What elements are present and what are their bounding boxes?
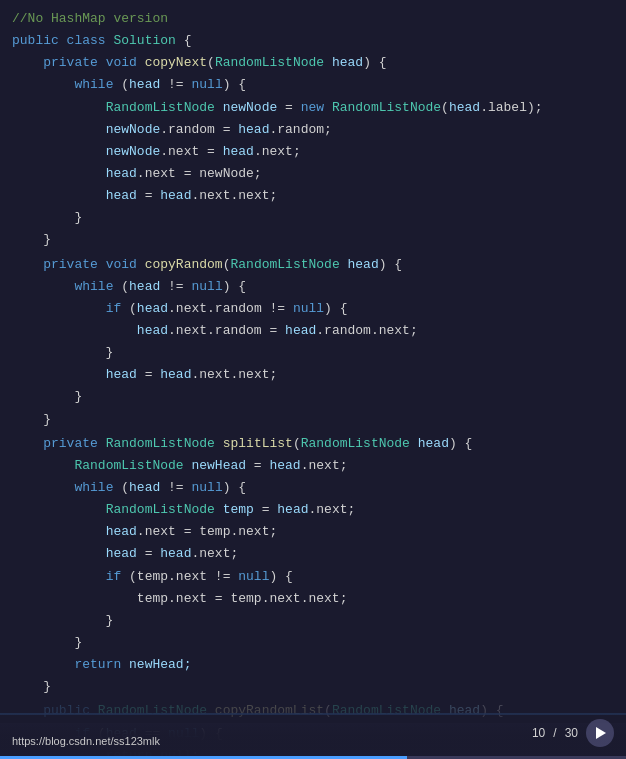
code-token: } (12, 389, 82, 404)
code-token: .next = temp.next; (137, 524, 277, 539)
code-token: } (12, 412, 51, 427)
code-token: .next.random = (168, 323, 285, 338)
code-token: = (137, 367, 160, 382)
code-line: head = head.next; (0, 543, 626, 565)
code-token (12, 323, 137, 338)
code-token (12, 524, 106, 539)
code-line: } (0, 342, 626, 364)
code-line: if (head.next.random != null) { (0, 298, 626, 320)
code-token (12, 100, 106, 115)
code-container: //No HashMap versionpublic class Solutio… (0, 0, 626, 759)
code-token: = (137, 546, 160, 561)
code-line: RandomListNode newNode = new RandomListN… (0, 97, 626, 119)
code-token: RandomListNode (332, 100, 441, 115)
code-token: ) { (449, 436, 472, 451)
code-token: null (238, 569, 269, 584)
code-token (12, 122, 106, 137)
code-token: temp.next = temp.next.next; (137, 591, 348, 606)
code-lines: //No HashMap versionpublic class Solutio… (0, 8, 626, 759)
code-token: newHead; (129, 657, 191, 672)
code-token: RandomListNode (215, 55, 332, 70)
code-token (12, 367, 106, 382)
code-token (12, 279, 74, 294)
code-token: newNode (223, 100, 278, 115)
code-token: } (12, 345, 113, 360)
code-token (12, 546, 106, 561)
code-token (12, 502, 106, 517)
code-token (12, 55, 43, 70)
code-token: ( (207, 55, 215, 70)
code-token (12, 569, 106, 584)
code-token: head (418, 436, 449, 451)
code-line: public class Solution { (0, 30, 626, 52)
code-line: } (0, 409, 626, 431)
code-line: if (temp.next != null) { (0, 566, 626, 588)
code-token: private (43, 436, 105, 451)
code-token: while (74, 77, 113, 92)
code-token: .next.random != (168, 301, 293, 316)
page-current: 10 (532, 726, 545, 740)
code-token: private (43, 257, 105, 272)
code-token: null (293, 301, 324, 316)
code-token (12, 436, 43, 451)
code-token: head (106, 546, 137, 561)
code-token: { (184, 33, 192, 48)
play-button[interactable] (586, 719, 614, 747)
code-token: .label); (480, 100, 542, 115)
code-token: head (332, 55, 363, 70)
code-token: copyNext (145, 55, 207, 70)
code-token: head (160, 546, 191, 561)
code-line: temp.next = temp.next.next; (0, 588, 626, 610)
code-token: ( (121, 301, 137, 316)
code-token: head (160, 188, 191, 203)
code-token: while (74, 480, 113, 495)
code-line: RandomListNode temp = head.next; (0, 499, 626, 521)
code-token: ) { (379, 257, 402, 272)
code-token: .next.next; (191, 367, 277, 382)
code-token: .random; (269, 122, 331, 137)
code-token: ) { (363, 55, 386, 70)
code-token (12, 657, 74, 672)
code-token: null (191, 77, 222, 92)
code-token (12, 166, 106, 181)
code-token: != (160, 279, 191, 294)
code-token (12, 257, 43, 272)
code-token: head (129, 77, 160, 92)
code-token (12, 144, 106, 159)
code-token: ) { (324, 301, 347, 316)
code-line: head = head.next.next; (0, 364, 626, 386)
code-token: head (348, 257, 379, 272)
code-token: } (12, 635, 82, 650)
code-token: void (106, 55, 145, 70)
code-token: ) { (223, 279, 246, 294)
code-token: RandomListNode (230, 257, 347, 272)
code-token: } (12, 679, 51, 694)
code-token (12, 480, 74, 495)
code-token: ( (113, 480, 129, 495)
code-line: while (head != null) { (0, 477, 626, 499)
code-token: RandomListNode (106, 100, 223, 115)
code-token: RandomListNode (106, 502, 223, 517)
code-token: private (43, 55, 105, 70)
code-token: newNode (106, 122, 161, 137)
code-line: head.next = temp.next; (0, 521, 626, 543)
code-token: != (160, 77, 191, 92)
code-token: splitList (223, 436, 293, 451)
code-token: .random.next; (316, 323, 417, 338)
code-token: ) { (223, 480, 246, 495)
code-token: = (137, 188, 160, 203)
code-token: RandomListNode (106, 436, 223, 451)
code-line: newNode.next = head.next; (0, 141, 626, 163)
code-token: newNode (106, 144, 161, 159)
code-token: head (137, 323, 168, 338)
code-token (12, 591, 137, 606)
code-token: head (449, 100, 480, 115)
code-token: head (129, 480, 160, 495)
page-total: 30 (565, 726, 578, 740)
code-line: return newHead; (0, 654, 626, 676)
code-token: = (254, 502, 277, 517)
code-token: ( (293, 436, 301, 451)
code-line: //No HashMap version (0, 8, 626, 30)
code-line: } (0, 632, 626, 654)
code-token: } (12, 210, 82, 225)
